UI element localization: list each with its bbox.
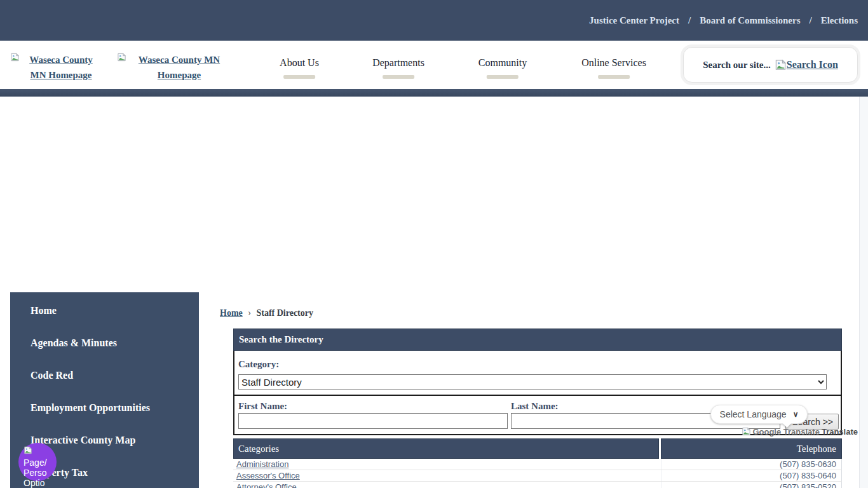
nav-underline-bar: [598, 75, 630, 79]
panel-title: Search the Directory: [239, 334, 323, 345]
first-name-input[interactable]: [238, 413, 508, 429]
table-row: Assessor's Office (507) 835-0640: [233, 470, 842, 482]
first-name-label: First Name:: [238, 401, 287, 412]
nav-label: About Us: [280, 57, 319, 69]
google-translate-logo-alt-text: Google Translate: [752, 427, 819, 437]
page-personalization-options-button[interactable]: Page/ Perso Optio: [18, 442, 58, 486]
telephone-cell: (507) 835-0640: [661, 470, 842, 481]
column-header-telephone: Telephone: [661, 438, 842, 459]
nav-departments[interactable]: Departments: [372, 57, 424, 79]
nav-label: Departments: [372, 57, 424, 69]
sidebar-item-agendas-minutes[interactable]: Agendas & Minutes: [10, 325, 199, 357]
home-link-logo-alt[interactable]: Waseca County MN Homepage: [25, 52, 97, 83]
panel-title-bar: Search the Directory: [233, 329, 842, 351]
nav-underline-bar: [283, 75, 315, 79]
widget-alt-text-line: Perso: [24, 468, 63, 478]
category-select[interactable]: Staff Directory: [238, 374, 827, 390]
sidebar-item-home[interactable]: Home: [10, 292, 199, 325]
site-logo-primary[interactable]: Waseca County MN Homepage: [10, 52, 97, 83]
broken-image-icon: [775, 58, 787, 71]
table-header-row: Categories Telephone: [233, 438, 842, 459]
broken-image-icon: [742, 426, 751, 437]
page-right-edge: [859, 97, 868, 488]
topbar-link-justice-center[interactable]: Justice Center Project: [589, 15, 679, 26]
nav-label: Community: [478, 57, 527, 69]
topbar-link-elections[interactable]: Elections: [821, 15, 858, 26]
nav-about-us[interactable]: About Us: [280, 57, 319, 79]
column-header-categories: Categories: [233, 438, 659, 459]
widget-alt-text-line: Optio: [24, 478, 63, 488]
google-translate-language-select[interactable]: Select Language ∨: [710, 405, 808, 424]
broken-image-icon: [117, 52, 126, 62]
nav-underline-bar: [383, 75, 414, 79]
site-header: Waseca County MN Homepage Waseca County …: [0, 41, 868, 89]
telephone-cell: (507) 835-0520: [661, 482, 842, 488]
broken-image-icon: [24, 445, 32, 455]
site-logo-secondary[interactable]: Waseca County MN Homepage: [117, 52, 227, 83]
topbar-separator: /: [688, 15, 691, 26]
sidebar-item-code-red[interactable]: Code Red: [10, 357, 199, 390]
top-utility-bar: Justice Center Project / Board of Commis…: [0, 0, 868, 41]
broken-image-icon: [10, 52, 20, 62]
category-link-attorneys-office[interactable]: Attorney's Office: [236, 482, 297, 488]
table-row: Administration (507) 835-0630: [233, 459, 842, 470]
breadcrumb-current-page: Staff Directory: [256, 308, 313, 318]
category-link-administration[interactable]: Administration: [236, 459, 288, 469]
telephone-cell: (507) 835-0630: [661, 459, 842, 470]
category-link-assessors-office[interactable]: Assessor's Office: [236, 471, 300, 480]
language-select-label: Select Language: [720, 409, 787, 419]
category-label: Category:: [238, 359, 279, 369]
breadcrumb-separator: ›: [248, 308, 251, 318]
nav-community[interactable]: Community: [478, 57, 527, 79]
breadcrumb: Home › Staff Directory: [220, 308, 313, 318]
google-translate-attribution[interactable]: Google Translate Translate: [742, 426, 858, 437]
nav-underline-bar: [487, 75, 519, 79]
nav-label: Online Services: [581, 57, 646, 69]
staff-directory-table: Categories Telephone Administration (507…: [233, 438, 842, 488]
topbar-link-board-of-commissioners[interactable]: Board of Commissioners: [700, 15, 800, 26]
chevron-down-icon: ∨: [793, 410, 799, 419]
last-name-label: Last Name:: [511, 401, 559, 412]
nav-online-services[interactable]: Online Services: [581, 57, 646, 79]
search-placeholder-text: Search our site...: [703, 60, 771, 71]
home-link-logo-alt[interactable]: Waseca County MN Homepage: [132, 52, 227, 83]
breadcrumb-home-link[interactable]: Home: [220, 308, 243, 318]
header-divider-bar: [0, 89, 868, 97]
category-section: Category: Staff Directory: [234, 351, 841, 396]
site-search-box[interactable]: Search our site... Search Icon: [683, 47, 858, 83]
search-icon[interactable]: Search Icon: [787, 59, 838, 71]
table-row: Attorney's Office (507) 835-0520: [233, 482, 842, 488]
sidebar-item-employment-opportunities[interactable]: Employment Opportunities: [10, 390, 199, 422]
widget-alt-text-line: Page/: [24, 458, 63, 468]
translate-label: Translate: [822, 427, 858, 437]
topbar-separator: /: [809, 15, 811, 26]
